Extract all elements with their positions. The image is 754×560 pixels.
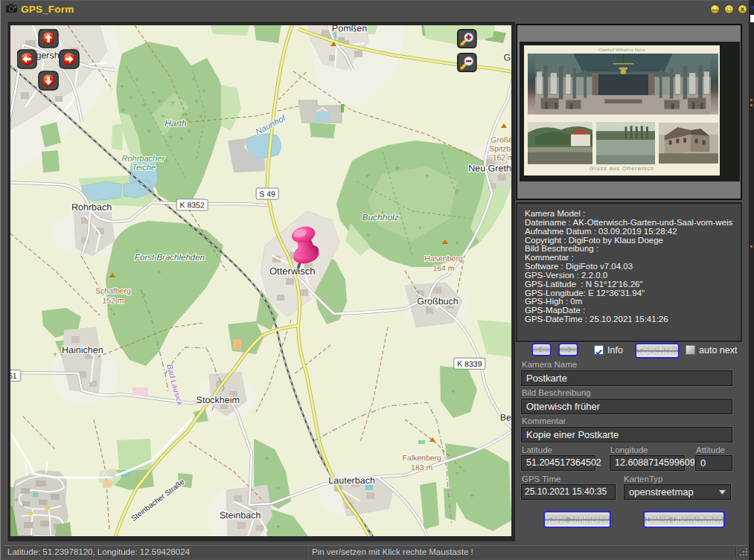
svg-text:K 8339: K 8339 (457, 360, 482, 369)
svg-text:Hainichen: Hainichen (62, 345, 103, 355)
svg-text:Bernbruch: Bernbruch (500, 412, 511, 422)
svg-text:Buchholz: Buchholz (362, 212, 398, 222)
svg-text:Teiche: Teiche (132, 164, 156, 173)
svg-text:Lauterbach: Lauterbach (328, 475, 375, 486)
svg-text:183 m: 183 m (411, 463, 432, 472)
svg-text:Falkenberg: Falkenberg (402, 454, 441, 463)
svg-text:Neu Grethen: Neu Grethen (468, 163, 511, 173)
svg-text:K 8352: K 8352 (179, 201, 204, 210)
svg-text:Steinbach: Steinbach (220, 510, 261, 521)
svg-text:152 m: 152 m (102, 297, 124, 306)
svg-text:Otterwisch: Otterwisch (269, 265, 315, 277)
svg-text:Rohrbach: Rohrbach (71, 202, 112, 213)
svg-text:Forst Brachlehden: Forst Brachlehden (135, 254, 205, 263)
svg-text:Harth: Harth (164, 118, 187, 129)
svg-text:Große: Große (491, 135, 511, 144)
svg-text:61: 61 (10, 372, 17, 381)
svg-text:Spitzber: Spitzber (489, 144, 511, 153)
svg-text:Großbuch: Großbuch (417, 296, 459, 306)
svg-text:Hasenberg: Hasenberg (424, 254, 463, 263)
svg-text:S 49: S 49 (259, 190, 275, 199)
svg-text:Gr: Gr (503, 52, 511, 62)
svg-text:Pomßen: Pomßen (332, 25, 367, 33)
svg-text:164 m: 164 m (432, 264, 454, 273)
svg-text:Schafberg: Schafberg (95, 287, 131, 296)
svg-text:Rohrbacher: Rohrbacher (121, 155, 165, 164)
svg-text:Stockheim: Stockheim (197, 395, 240, 405)
svg-text:162 m: 162 m (493, 153, 511, 162)
